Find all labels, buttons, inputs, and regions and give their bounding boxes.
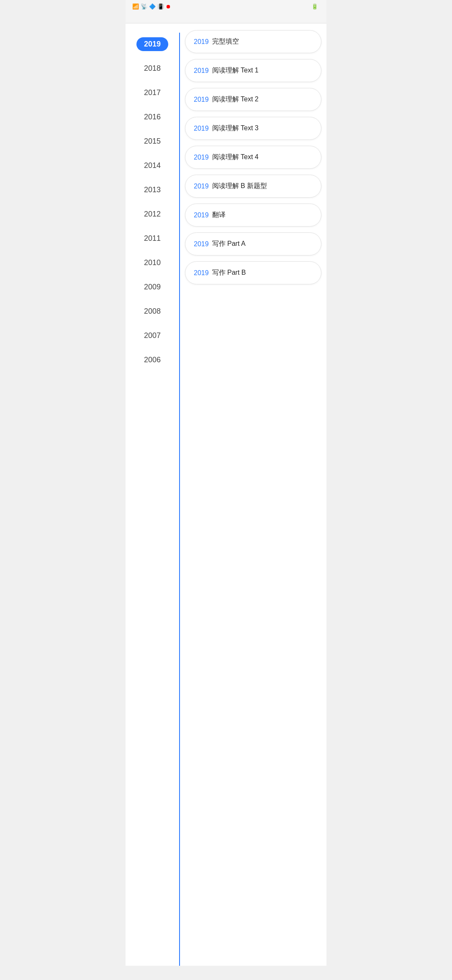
year-item-2019[interactable]: 2019 — [126, 32, 179, 56]
year-label-2013: 2013 — [144, 186, 161, 194]
topic-button-2[interactable]: 2019阅读理解 Text 2 — [185, 88, 321, 111]
year-label-2019: 2019 — [136, 37, 168, 51]
topic-name-8: 写作 Part B — [212, 268, 246, 277]
year-item-2007[interactable]: 2007 — [126, 323, 179, 348]
topic-name-4: 阅读理解 Text 4 — [212, 153, 259, 162]
years-column: 2019201820172016201520142013201220112010… — [126, 23, 179, 966]
left-panel: 2019201820172016201520142013201220112010… — [126, 23, 180, 966]
year-item-2011[interactable]: 2011 — [126, 226, 179, 250]
topic-year-3: 2019 — [194, 125, 209, 132]
year-item-2015[interactable]: 2015 — [126, 129, 179, 153]
topic-year-5: 2019 — [194, 183, 209, 190]
year-label-2018: 2018 — [144, 64, 161, 73]
topics-panel: 2019完型填空2019阅读理解 Text 12019阅读理解 Text 220… — [180, 23, 326, 966]
year-item-2016[interactable]: 2016 — [126, 105, 179, 129]
topic-year-6: 2019 — [194, 211, 209, 219]
vibrate-icon: 📳 — [157, 3, 164, 10]
year-item-2018[interactable]: 2018 — [126, 56, 179, 80]
sim-icon: 📶 — [132, 3, 139, 10]
year-label-2011: 2011 — [144, 234, 161, 243]
record-icon: ⏺ — [166, 3, 171, 10]
header — [126, 13, 326, 23]
main-content: 2019201820172016201520142013201220112010… — [126, 23, 326, 966]
topic-year-8: 2019 — [194, 269, 209, 277]
topic-year-2: 2019 — [194, 96, 209, 103]
topic-button-1[interactable]: 2019阅读理解 Text 1 — [185, 59, 321, 82]
year-item-2008[interactable]: 2008 — [126, 299, 179, 323]
year-label-2010: 2010 — [144, 258, 161, 267]
topic-year-4: 2019 — [194, 154, 209, 161]
topic-name-5: 阅读理解 B 新题型 — [212, 182, 267, 191]
year-label-2012: 2012 — [144, 210, 161, 219]
year-item-2010[interactable]: 2010 — [126, 250, 179, 275]
year-label-2007: 2007 — [144, 331, 161, 340]
year-item-2017[interactable]: 2017 — [126, 80, 179, 105]
topic-name-6: 翻译 — [212, 211, 226, 219]
topic-button-5[interactable]: 2019阅读理解 B 新题型 — [185, 175, 321, 198]
topic-name-0: 完型填空 — [212, 37, 239, 46]
status-bar: 📶 📡 🔷 📳 ⏺ 🔋 — [126, 0, 326, 13]
topic-button-3[interactable]: 2019阅读理解 Text 3 — [185, 117, 321, 140]
topic-name-1: 阅读理解 Text 1 — [212, 66, 259, 75]
year-item-2006[interactable]: 2006 — [126, 348, 179, 372]
topic-name-2: 阅读理解 Text 2 — [212, 95, 259, 104]
topic-year-7: 2019 — [194, 240, 209, 248]
topic-name-7: 写作 Part A — [212, 240, 246, 248]
topic-year-1: 2019 — [194, 67, 209, 75]
status-right: 🔋 — [310, 3, 320, 10]
status-left: 📶 📡 🔷 📳 ⏺ — [132, 3, 171, 10]
year-item-2012[interactable]: 2012 — [126, 202, 179, 226]
topic-button-7[interactable]: 2019写作 Part A — [185, 232, 321, 255]
battery-icon: 🔋 — [311, 3, 318, 10]
year-item-2014[interactable]: 2014 — [126, 153, 179, 178]
topic-button-8[interactable]: 2019写作 Part B — [185, 261, 321, 284]
year-label-2006: 2006 — [144, 356, 161, 364]
topic-button-0[interactable]: 2019完型填空 — [185, 30, 321, 53]
topic-year-0: 2019 — [194, 38, 209, 46]
year-label-2008: 2008 — [144, 307, 161, 316]
bluetooth-icon: 🔷 — [149, 3, 156, 10]
year-label-2014: 2014 — [144, 161, 161, 170]
year-item-2009[interactable]: 2009 — [126, 275, 179, 299]
year-label-2009: 2009 — [144, 283, 161, 291]
year-item-2013[interactable]: 2013 — [126, 178, 179, 202]
topic-name-3: 阅读理解 Text 3 — [212, 124, 259, 133]
topic-button-4[interactable]: 2019阅读理解 Text 4 — [185, 146, 321, 169]
topic-button-6[interactable]: 2019翻译 — [185, 204, 321, 227]
year-label-2016: 2016 — [144, 113, 161, 121]
year-label-2017: 2017 — [144, 88, 161, 97]
year-label-2015: 2015 — [144, 137, 161, 146]
wifi-icon: 📡 — [141, 3, 147, 10]
